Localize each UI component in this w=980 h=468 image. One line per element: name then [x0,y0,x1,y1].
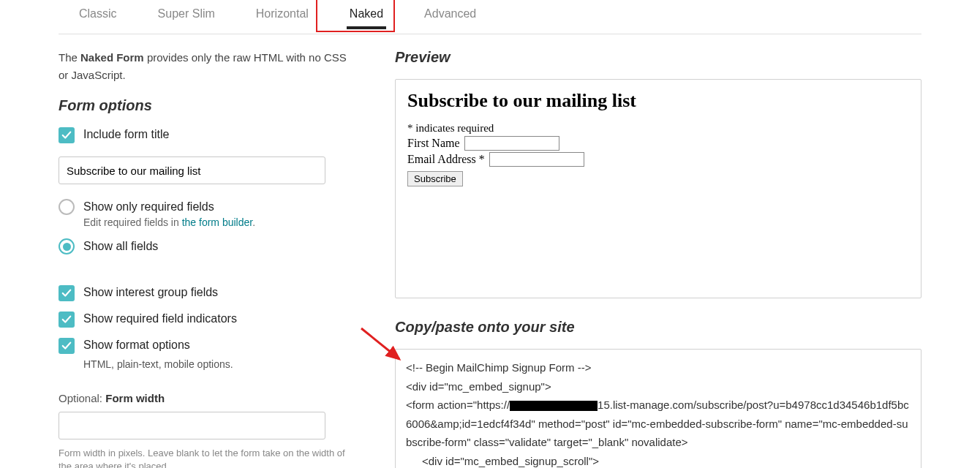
tab-horizontal[interactable]: Horizontal [235,0,329,34]
code-line-4: <div id="mc_embed_signup_scroll"> [406,452,911,469]
preview-required-note: * indicates required [407,122,909,135]
edit-required-help: Edit required fields in the form builder… [83,216,351,228]
include-title-checkbox[interactable] [59,127,75,143]
show-all-fields-radio[interactable] [59,238,75,254]
preview-first-name-input[interactable] [464,136,559,151]
show-only-required-label: Show only required fields [83,200,214,214]
preview-subscribe-button[interactable]: Subscribe [407,171,463,186]
preview-heading: Subscribe to our mailing list [407,90,909,112]
preview-email-label: Email Address * [407,153,485,166]
preview-panel: Subscribe to our mailing list * indicate… [395,79,921,298]
show-only-required-radio[interactable] [59,199,75,215]
tab-super-slim[interactable]: Super Slim [137,0,235,34]
tab-classic[interactable]: Classic [59,0,137,34]
preview-email-input[interactable] [489,152,584,167]
interest-groups-checkbox[interactable] [59,285,75,301]
format-options-label: Show format options [83,338,190,352]
code-title: Copy/paste onto your site [395,319,921,336]
code-panel[interactable]: <!-- Begin MailChimp Signup Form --> <di… [395,349,921,468]
interest-groups-label: Show interest group fields [83,285,218,299]
code-line-3: <form action="https://15.list-manage.com… [406,399,909,448]
form-options-title: Form options [59,97,351,114]
code-line-2: <div id="mc_embed_signup"> [406,380,551,393]
form-width-label: Optional: Form width [59,392,351,404]
include-title-label: Include form title [83,127,169,141]
required-indicators-label: Show required field indicators [83,312,237,325]
show-all-fields-label: Show all fields [83,240,158,253]
redacted-domain [510,401,598,411]
tab-advanced[interactable]: Advanced [404,0,497,34]
form-width-help: Form width in pixels. Leave blank to let… [59,447,351,468]
intro-text: The Naked Form provides only the raw HTM… [59,49,351,84]
svg-line-0 [361,328,399,359]
format-options-checkbox[interactable] [59,338,75,354]
code-line-1: <!-- Begin MailChimp Signup Form --> [406,361,591,374]
preview-first-name-label: First Name [407,137,460,150]
tabs-bar: Classic Super Slim Horizontal Naked Adva… [59,0,921,34]
form-builder-link[interactable]: the form builder [182,216,253,228]
form-width-input[interactable] [59,412,325,439]
form-title-input[interactable] [59,156,325,184]
format-options-sub: HTML, plain-text, mobile options. [83,358,351,370]
preview-title: Preview [395,49,921,66]
required-indicators-checkbox[interactable] [59,312,75,328]
tab-naked[interactable]: Naked [329,0,404,34]
